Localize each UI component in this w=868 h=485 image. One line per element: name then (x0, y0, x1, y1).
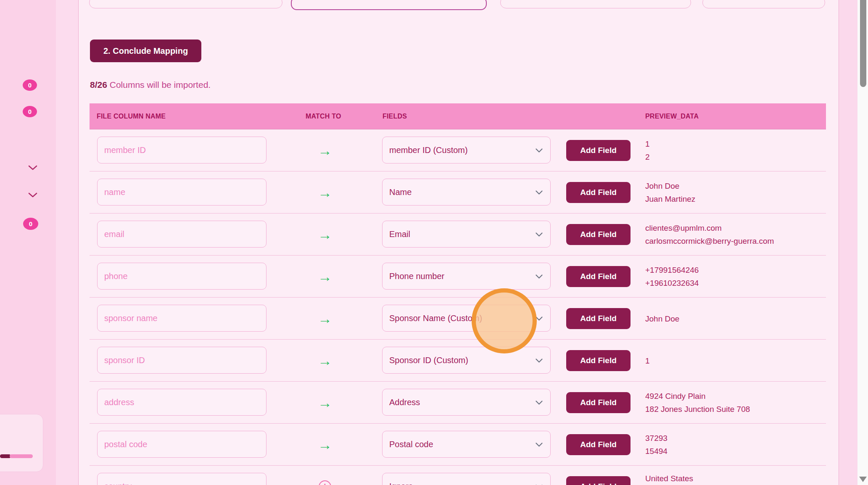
preview-line: carlosmccormick@berry-guerra.com (645, 235, 822, 248)
preview-line: 2 (645, 150, 822, 163)
file-column-input[interactable] (97, 305, 266, 332)
cropped-card-focused[interactable] (291, 0, 487, 10)
table-row: → ! Email Add Field clientes@upmlm.comca… (90, 214, 826, 256)
field-select-value: Email (389, 229, 410, 239)
right-margin-rail (839, 0, 857, 485)
import-summary: 8/26 Columns will be imported. (90, 80, 211, 90)
preview-data-cell: clientes@upmlm.comcarlosmccormick@berry-… (645, 214, 822, 256)
table-row: → ! Sponsor Name (Custom) Add Field John… (90, 298, 826, 340)
field-select[interactable]: Ignore (382, 473, 551, 485)
column-mapping-table: FILE COLUMN NAME MATCH TO FIELDS PREVIEW… (90, 103, 826, 485)
scrollbar-down-arrow-icon[interactable] (859, 477, 867, 482)
warning-circle-icon: ! (319, 480, 331, 485)
preview-line: 1 (645, 137, 822, 150)
field-select-value: Address (389, 398, 420, 407)
content-left-border (78, 0, 79, 485)
match-arrow-icon: → (318, 227, 332, 242)
preview-data-cell: 4924 Cindy Plain182 Jones Junction Suite… (645, 382, 822, 424)
table-row: → ! Postal code Add Field 3729315494 (90, 424, 826, 466)
file-column-input[interactable] (97, 179, 266, 206)
preview-line: 182 Jones Junction Suite 708 (645, 403, 822, 416)
field-select[interactable]: Sponsor ID (Custom) (382, 347, 551, 374)
field-select[interactable]: Phone number (382, 263, 551, 290)
add-field-button[interactable]: Add Field (566, 308, 631, 329)
chevron-down-icon (536, 316, 543, 321)
import-text: Columns will be imported. (110, 80, 211, 90)
preview-line: 37293 (645, 432, 822, 445)
field-select[interactable]: Sponsor Name (Custom) (382, 305, 551, 332)
table-row: → ! member ID (Custom) Add Field 12 (90, 129, 826, 171)
left-sidebar (0, 0, 56, 485)
add-field-button[interactable]: Add Field (566, 350, 631, 371)
table-row: → ! Ignore Add Field United States (90, 466, 826, 485)
file-column-input[interactable] (97, 263, 266, 290)
sidebar-secondary-rail (56, 0, 78, 485)
add-field-button[interactable]: Add Field (566, 476, 631, 485)
field-select[interactable]: Address (382, 389, 551, 416)
preview-line: +19610232634 (645, 277, 822, 290)
header-match-to: MATCH TO (306, 103, 341, 129)
add-field-button[interactable]: Add Field (566, 182, 631, 203)
file-column-input[interactable] (97, 347, 266, 374)
chevron-down-icon (536, 274, 543, 279)
chevron-down-icon (536, 358, 543, 363)
preview-data-cell: John DoeJuan Martinez (645, 171, 822, 214)
preview-data-cell: +17991564246+19610232634 (645, 256, 822, 298)
add-field-button[interactable]: Add Field (566, 266, 631, 287)
add-field-button[interactable]: Add Field (566, 140, 631, 161)
add-field-button[interactable]: Add Field (566, 392, 631, 413)
table-row: → ! Name Add Field John DoeJuan Martinez (90, 171, 826, 214)
preview-line: 1 (645, 354, 822, 367)
field-select[interactable]: Postal code (382, 431, 551, 458)
preview-line: Juan Martinez (645, 192, 822, 206)
field-select-value: Sponsor ID (Custom) (389, 356, 468, 365)
preview-data-cell: United States (645, 466, 822, 485)
cropped-card[interactable] (702, 0, 825, 8)
conclude-mapping-button[interactable]: 2. Conclude Mapping (90, 40, 201, 62)
chevron-down-icon (536, 232, 543, 237)
file-column-input[interactable] (97, 221, 266, 248)
table-row: → ! Phone number Add Field +17991564246+… (90, 256, 826, 298)
field-select[interactable]: Email (382, 221, 551, 248)
preview-data-cell: John Doe (645, 298, 822, 340)
import-count: 8/26 (90, 80, 107, 90)
sidebar-count-badge: 0 (23, 79, 37, 91)
header-preview-data: PREVIEW_DATA (645, 103, 699, 129)
match-arrow-icon: → (318, 395, 332, 410)
preview-line: John Doe (645, 312, 822, 325)
file-column-input[interactable] (97, 473, 266, 485)
preview-line: +17991564246 (645, 264, 822, 277)
add-field-button[interactable]: Add Field (566, 434, 631, 455)
preview-data-cell: 3729315494 (645, 424, 822, 466)
add-field-button[interactable]: Add Field (566, 224, 631, 245)
preview-line: clientes@upmlm.com (645, 221, 822, 235)
preview-data-cell: 12 (645, 129, 822, 171)
field-select[interactable]: Name (382, 179, 551, 206)
preview-line: United States (645, 472, 822, 485)
match-arrow-icon: → (318, 353, 332, 368)
preview-line: John Doe (645, 179, 822, 192)
preview-data-cell: 1 (645, 340, 822, 382)
chevron-down-icon[interactable] (28, 192, 38, 198)
scrollbar-thumb[interactable] (860, 0, 866, 87)
file-column-input[interactable] (97, 431, 266, 458)
preview-line: 4924 Cindy Plain (645, 390, 822, 403)
table-row: → ! Address Add Field 4924 Cindy Plain18… (90, 382, 826, 424)
field-select-value: Postal code (389, 440, 433, 449)
field-select-value: member ID (Custom) (389, 145, 468, 155)
cropped-card[interactable] (89, 0, 282, 8)
match-arrow-icon: → (318, 438, 332, 452)
field-select-value: Name (389, 187, 412, 197)
file-column-input[interactable] (97, 389, 266, 416)
match-arrow-icon: → (318, 143, 332, 158)
match-arrow-icon: → (318, 311, 332, 326)
match-arrow-icon: → (318, 185, 332, 200)
progress-bar-track (10, 454, 33, 458)
cropped-card[interactable] (500, 0, 691, 8)
chevron-down-icon[interactable] (28, 165, 38, 171)
sidebar-count-badge: 0 (23, 218, 38, 230)
table-header-row: FILE COLUMN NAME MATCH TO FIELDS PREVIEW… (90, 103, 826, 129)
field-select[interactable]: member ID (Custom) (382, 137, 551, 163)
chevron-down-icon (536, 401, 543, 405)
file-column-input[interactable] (97, 137, 266, 163)
